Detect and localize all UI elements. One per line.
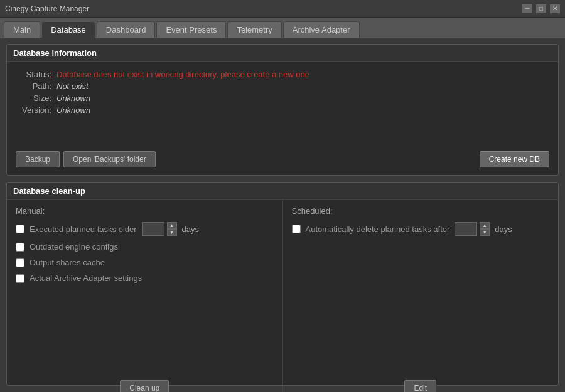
status-value: Database does not exist in working direc… <box>56 70 549 79</box>
outdated-engine-checkbox[interactable] <box>16 243 24 252</box>
archive-adapter-checkbox[interactable] <box>16 274 24 283</box>
tab-telemetry[interactable]: Telemetry <box>227 21 281 38</box>
tab-event-presets[interactable]: Event Presets <box>156 21 226 38</box>
version-label: Version: <box>16 105 56 115</box>
manual-column: Manual: Executed planned tasks older 15 … <box>7 200 283 392</box>
db-info-panel-title: Database information <box>7 45 558 62</box>
backup-button[interactable]: Backup <box>16 151 60 167</box>
output-shares-checkbox[interactable] <box>16 258 24 267</box>
executed-tasks-value[interactable]: 15 <box>142 222 164 236</box>
tab-archive-adapter[interactable]: Archive Adapter <box>283 21 360 38</box>
scheduled-title: Scheduled: <box>292 206 550 216</box>
open-backups-folder-button[interactable]: Open 'Backups' folder <box>63 151 156 167</box>
outdated-engine-item: Outdated engine configs <box>16 242 274 252</box>
output-shares-label: Output shares cache <box>30 258 105 267</box>
size-value: Unknown <box>56 93 549 103</box>
output-shares-item: Output shares cache <box>16 258 274 267</box>
maximize-button[interactable]: □ <box>536 4 546 13</box>
executed-tasks-down-arrow[interactable]: ▼ <box>167 229 177 236</box>
executed-tasks-spinner: 15 ▲ ▼ <box>142 222 177 236</box>
auto-delete-arrows: ▲ ▼ <box>480 222 490 236</box>
auto-delete-checkbox[interactable] <box>292 225 301 233</box>
auto-delete-days: days <box>495 225 512 234</box>
executed-tasks-up-arrow[interactable]: ▲ <box>167 222 177 229</box>
minimize-button[interactable]: ─ <box>522 4 532 13</box>
executed-tasks-arrows: ▲ ▼ <box>167 222 177 236</box>
auto-delete-value[interactable]: 15 <box>455 222 477 236</box>
path-value: Not exist <box>56 82 549 91</box>
db-info-panel: Database information Status: Database do… <box>6 44 559 176</box>
auto-delete-down-arrow[interactable]: ▼ <box>480 229 490 236</box>
db-buttons: Backup Open 'Backups' folder Create new … <box>16 151 549 167</box>
app-title: Cinegy Capture Manager <box>5 4 89 13</box>
scheduled-column: Scheduled: Automatically delete planned … <box>283 200 559 392</box>
tab-dashboard[interactable]: Dashboard <box>97 21 156 38</box>
executed-tasks-days: days <box>182 225 199 234</box>
content-area: Database information Status: Database do… <box>0 38 565 392</box>
tab-main[interactable]: Main <box>4 21 40 38</box>
tab-bar: Main Database Dashboard Event Presets Te… <box>0 18 565 38</box>
manual-title: Manual: <box>16 206 274 216</box>
db-cleanup-panel-title: Database clean-up <box>7 183 558 200</box>
executed-tasks-checkbox[interactable] <box>16 225 24 233</box>
window-controls: ─ □ ✕ <box>522 4 560 13</box>
archive-adapter-label: Actual Archive Adapter settings <box>30 273 142 283</box>
archive-adapter-item: Actual Archive Adapter settings <box>16 273 274 283</box>
db-cleanup-panel: Database clean-up Manual: Executed plann… <box>6 182 559 386</box>
auto-delete-spinner: 15 ▲ ▼ <box>455 222 490 236</box>
scheduled-footer: Edit <box>292 374 550 392</box>
auto-delete-item: Automatically delete planned tasks after… <box>292 222 550 236</box>
size-label: Size: <box>16 93 56 103</box>
auto-delete-up-arrow[interactable]: ▲ <box>480 222 490 229</box>
status-label: Status: <box>16 70 56 79</box>
close-button[interactable]: ✕ <box>550 4 560 13</box>
db-buttons-left: Backup Open 'Backups' folder <box>16 151 156 167</box>
title-bar: Cinegy Capture Manager ─ □ ✕ <box>0 0 565 18</box>
auto-delete-label: Automatically delete planned tasks after <box>306 225 450 234</box>
executed-tasks-label: Executed planned tasks older <box>30 225 137 234</box>
main-window: Main Database Dashboard Event Presets Te… <box>0 18 565 392</box>
version-value: Unknown <box>56 105 549 115</box>
path-label: Path: <box>16 82 56 91</box>
outdated-engine-label: Outdated engine configs <box>30 242 118 252</box>
create-db-button[interactable]: Create new DB <box>480 151 549 167</box>
tab-database[interactable]: Database <box>41 21 95 38</box>
edit-button[interactable]: Edit <box>404 380 436 392</box>
manual-footer: Clean up <box>16 374 274 392</box>
db-info-grid: Status: Database does not exist in worki… <box>16 70 549 115</box>
db-info-body: Status: Database does not exist in worki… <box>7 62 558 175</box>
executed-tasks-item: Executed planned tasks older 15 ▲ ▼ days <box>16 222 274 236</box>
cleanup-button[interactable]: Clean up <box>120 380 169 392</box>
cleanup-body: Manual: Executed planned tasks older 15 … <box>7 200 558 392</box>
